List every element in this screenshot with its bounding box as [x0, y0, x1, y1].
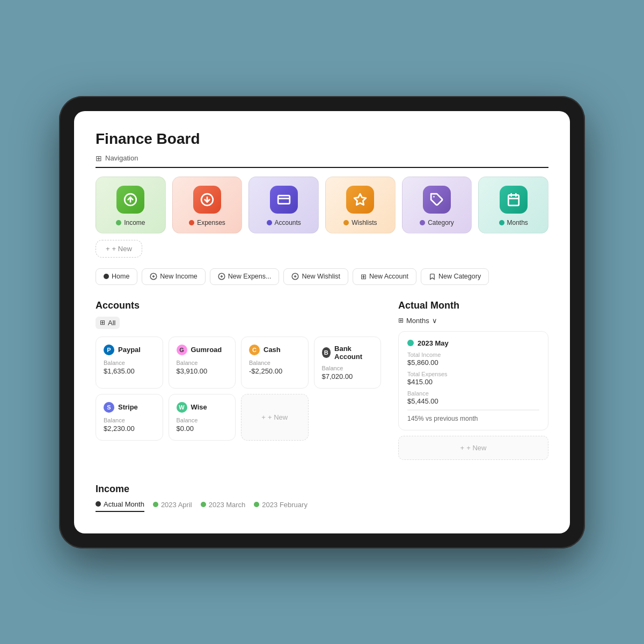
category-icon-wrap [423, 186, 451, 214]
account-card-wise[interactable]: W Wise Balance $0.00 [169, 394, 236, 441]
new-account-card[interactable]: + + New [241, 394, 309, 441]
total-income-value: $5,860.00 [407, 358, 539, 367]
income-tab-march[interactable]: 2023 March [201, 501, 246, 511]
category-label: Category [428, 219, 454, 226]
home-dot-icon [104, 274, 109, 279]
new-month-button[interactable]: + + New [398, 436, 548, 460]
income-section: Income Actual Month 2023 April 2023 M [96, 484, 548, 512]
new-expense-plus-icon [218, 273, 225, 280]
stripe-icon: S [104, 402, 114, 413]
nav-section: ⊞ Navigation [96, 154, 548, 168]
nav-card-expenses[interactable]: Expenses [172, 177, 243, 233]
nav-card-months[interactable]: Months [478, 177, 548, 233]
new-account-grid-icon: ⊞ [361, 273, 367, 281]
cash-balance-label: Balance [249, 360, 301, 366]
new-wishlist-label: New Wishlist [302, 273, 340, 280]
gumroad-balance: $3,910.00 [177, 367, 228, 375]
wishlists-icon-wrap [346, 186, 374, 214]
new-income-button[interactable]: New Income [142, 268, 205, 285]
account-card-gumroad[interactable]: G Gumroad Balance $3,910.00 [169, 336, 236, 389]
wishlists-star-icon [353, 193, 367, 207]
gumroad-header: G Gumroad [177, 345, 228, 355]
month-card-may[interactable]: 2023 May Total Income $5,860.00 Total Ex… [398, 331, 548, 430]
svg-rect-8 [508, 195, 519, 206]
new-expense-button[interactable]: New Expens... [210, 268, 280, 285]
income-tab-february[interactable]: 2023 February [254, 501, 308, 511]
new-month-plus-icon: + [460, 444, 465, 452]
accounts-grid: P Paypal Balance $1,635.00 G Gumroad [96, 336, 381, 441]
months-dropdown[interactable]: ⊞ Months ∨ [398, 317, 548, 325]
new-account-label: New Account [369, 273, 408, 280]
accounts-tab-all[interactable]: ⊞ All [96, 317, 120, 329]
nav-card-income[interactable]: Income [96, 177, 166, 233]
income-dot [116, 220, 121, 225]
new-card-label: + New [112, 245, 132, 253]
bank-balance: $7,020.00 [322, 372, 374, 380]
nav-card-category[interactable]: Category [402, 177, 472, 233]
new-category-label: New Category [438, 273, 481, 280]
nav-card-accounts[interactable]: Accounts [248, 177, 319, 233]
income-tab-actual-month[interactable]: Actual Month [96, 500, 144, 512]
cash-balance: -$2,250.00 [249, 367, 301, 375]
svg-marker-6 [355, 194, 367, 205]
month-balance-value: $5,445.00 [407, 397, 539, 405]
app-content: Finance Board ⊞ Navigation Income [74, 111, 570, 533]
wise-name: Wise [191, 403, 207, 411]
action-bar: Home New Income New Expens... New Wishli… [96, 268, 548, 285]
new-card-button[interactable]: + + New [96, 240, 142, 258]
new-account-plus-icon: + [261, 413, 266, 421]
actual-month-tab-label: Actual Month [104, 500, 144, 508]
page-title: Finance Board [96, 130, 548, 148]
account-card-bank[interactable]: B Bank Account Balance $7,020.00 [314, 336, 382, 389]
new-wishlist-button[interactable]: New Wishlist [283, 268, 348, 285]
accounts-tab-grid-icon: ⊞ [100, 319, 105, 326]
cash-header: C Cash [249, 345, 301, 355]
actual-month-title: Actual Month [398, 300, 548, 311]
paypal-balance: $1,635.00 [104, 367, 155, 375]
income-icon-wrap [116, 186, 144, 214]
actual-month-section: Actual Month ⊞ Months ∨ 2023 May Total I… [398, 300, 548, 460]
paypal-icon: P [104, 345, 114, 355]
months-dropdown-label: Months [406, 317, 429, 325]
home-button[interactable]: Home [96, 268, 137, 285]
february-tab-label: 2023 February [262, 501, 308, 509]
accounts-section: Accounts ⊞ All P Paypal [96, 300, 381, 460]
wishlists-label: Wishlists [352, 219, 377, 226]
nav-card-wishlists[interactable]: Wishlists [325, 177, 396, 233]
wise-balance-label: Balance [177, 417, 228, 423]
month-vs-text: 145% vs previous month [407, 415, 539, 422]
income-tabs: Actual Month 2023 April 2023 March [96, 500, 548, 512]
account-card-cash[interactable]: C Cash Balance -$2,250.00 [241, 336, 309, 389]
nav-cards-container: Income Expenses [96, 177, 548, 233]
new-income-plus-icon [150, 273, 157, 280]
wishlists-card-label: Wishlists [343, 219, 377, 226]
accounts-tab-bar: ⊞ All [96, 317, 381, 329]
income-arrow-icon [123, 193, 137, 207]
stripe-header: S Stripe [104, 402, 155, 413]
home-label: Home [112, 273, 129, 280]
april-tab-dot [153, 502, 158, 507]
expenses-arrow-icon [200, 193, 214, 207]
month-divider [407, 409, 539, 411]
nav-label: Navigation [105, 154, 138, 162]
new-wishlist-plus-icon [291, 273, 299, 280]
new-month-label: + New [466, 444, 486, 452]
months-dot [499, 220, 504, 225]
accounts-dot [267, 220, 272, 225]
months-icon-wrap [500, 186, 528, 214]
account-card-stripe[interactable]: S Stripe Balance $2,230.00 [96, 394, 163, 441]
months-card-label: Months [499, 219, 528, 226]
accounts-nav-label: Accounts [275, 219, 301, 226]
bank-icon: B [322, 347, 331, 358]
new-category-button[interactable]: New Category [421, 268, 489, 285]
accounts-icon-wrap [270, 186, 298, 214]
expenses-label: Expenses [197, 219, 225, 226]
account-card-paypal[interactable]: P Paypal Balance $1,635.00 [96, 336, 163, 389]
stripe-balance-label: Balance [104, 417, 155, 423]
expenses-icon-wrap [193, 186, 221, 214]
bank-balance-label: Balance [322, 365, 374, 371]
income-tab-april[interactable]: 2023 April [153, 501, 192, 511]
paypal-balance-label: Balance [104, 360, 155, 366]
new-account-button[interactable]: ⊞ New Account [353, 268, 416, 285]
expenses-dot [189, 220, 194, 225]
